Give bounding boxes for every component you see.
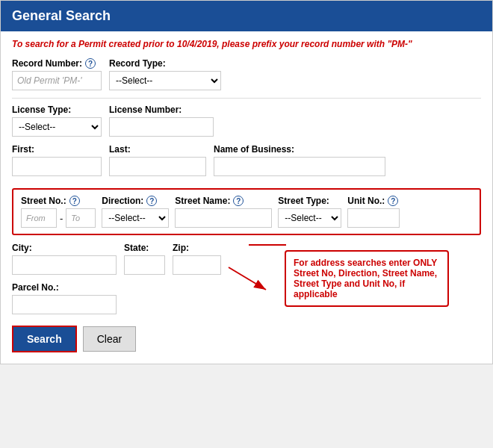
license-number-label: License Number: xyxy=(109,105,214,115)
street-type-select[interactable]: --Select-- xyxy=(278,208,341,228)
record-number-label: Record Number: ? xyxy=(12,58,102,69)
notice-text: To search for a Permit created prior to … xyxy=(12,39,481,49)
unit-no-input[interactable] xyxy=(347,208,400,228)
name-of-business-input[interactable] xyxy=(214,157,385,176)
street-no-help-icon[interactable]: ? xyxy=(69,196,80,206)
direction-label: Direction: ? xyxy=(102,196,169,206)
direction-select[interactable]: --Select-- xyxy=(102,208,169,228)
record-type-select[interactable]: --Select-- xyxy=(109,71,221,90)
license-type-label: License Type: xyxy=(12,105,102,115)
direction-help-icon[interactable]: ? xyxy=(146,196,157,206)
street-type-label: Street Type: xyxy=(278,196,341,206)
svg-line-1 xyxy=(229,267,266,290)
page-title: General Search xyxy=(1,1,492,31)
search-button[interactable]: Search xyxy=(12,326,77,352)
street-no-label: Street No.: ? xyxy=(21,196,96,206)
last-input[interactable] xyxy=(109,157,206,176)
zip-label: Zip: xyxy=(173,243,221,253)
record-type-label: Record Type: xyxy=(109,58,221,69)
street-no-from-input[interactable] xyxy=(21,208,57,228)
city-label: City: xyxy=(12,243,117,253)
license-number-input[interactable] xyxy=(109,117,214,137)
callout-box: For address searches enter ONLY Street N… xyxy=(285,250,449,307)
record-number-input[interactable] xyxy=(12,71,102,90)
unit-no-help-icon[interactable]: ? xyxy=(388,196,398,206)
address-section: Street No.: ? - Direction: ? xyxy=(12,188,481,235)
street-name-label: Street Name: ? xyxy=(175,196,272,206)
record-number-help-icon[interactable]: ? xyxy=(85,58,96,69)
zip-input[interactable] xyxy=(173,255,221,275)
callout-arrow xyxy=(225,264,270,293)
button-row: Search Clear xyxy=(12,326,481,352)
state-input[interactable] xyxy=(124,255,165,275)
clear-button[interactable]: Clear xyxy=(83,326,136,352)
street-name-help-icon[interactable]: ? xyxy=(233,196,244,206)
parcel-no-label: Parcel No.: xyxy=(12,282,221,293)
name-of-business-label: Name of Business: xyxy=(214,144,385,155)
state-label: State: xyxy=(124,243,165,253)
unit-no-label: Unit No.: ? xyxy=(347,196,400,206)
street-no-to-input[interactable] xyxy=(66,208,96,228)
last-label: Last: xyxy=(109,144,206,155)
city-input[interactable] xyxy=(12,255,117,275)
first-input[interactable] xyxy=(12,157,102,176)
first-label: First: xyxy=(12,144,102,155)
street-name-input[interactable] xyxy=(175,208,272,228)
license-type-select[interactable]: --Select-- xyxy=(12,117,102,137)
parcel-no-input[interactable] xyxy=(12,295,117,314)
